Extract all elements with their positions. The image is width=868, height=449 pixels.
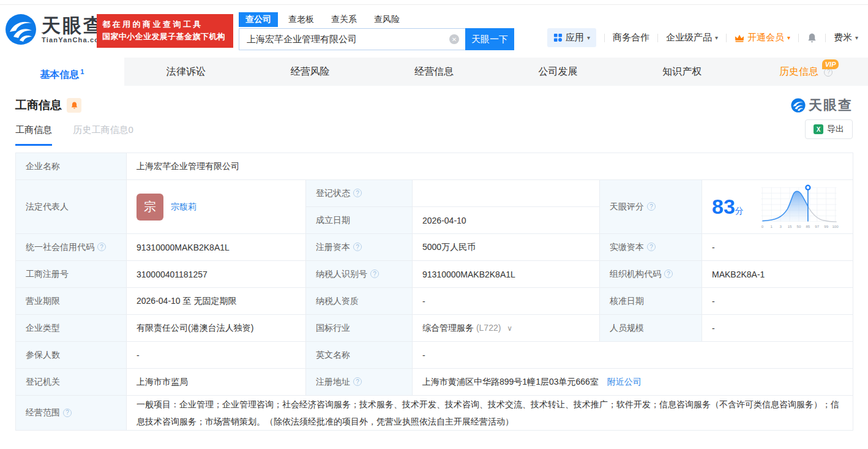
score-marker-pin xyxy=(806,185,810,189)
reg-authority-label: 登记机关 xyxy=(16,369,127,396)
table-row: 登记机关 上海市市监局 注册地址? 上海市黄浦区中华路899号1幢1层03单元6… xyxy=(16,369,853,396)
clear-search-icon[interactable]: ✕ xyxy=(449,34,459,44)
help-icon[interactable]: ? xyxy=(824,68,832,77)
insured-count-label: 参保人数 xyxy=(16,342,127,369)
paid-capital-value: - xyxy=(702,234,853,261)
tab-legal-proceedings[interactable]: 法律诉讼 xyxy=(124,58,249,86)
enterprise-products-menu[interactable]: 企业级产品 ▾ xyxy=(666,32,718,43)
score-cell: 83分 xyxy=(702,180,853,234)
monitor-bell-button[interactable] xyxy=(67,98,81,113)
search-area: 查公司 查老板 查关系 查风险 ✕ 天眼一下 xyxy=(239,12,514,50)
tianyancha-logo[interactable]: 天眼查 TianYanCha.com xyxy=(5,13,106,45)
business-cooperation-link[interactable]: 商务合作 xyxy=(613,32,649,43)
notifications-button[interactable] xyxy=(807,32,817,43)
search-tab-boss[interactable]: 查老板 xyxy=(282,12,321,27)
svg-text:15: 15 xyxy=(788,224,792,228)
reg-status-label: 登记状态? xyxy=(306,180,413,207)
business-info-table: 企业名称 上海宏芊企业管理有限公司 法定代表人 宗 宗馥莉 登记状态? 天眼评分… xyxy=(15,153,853,431)
help-icon[interactable]: ? xyxy=(63,409,72,417)
search-button[interactable]: 天眼一下 xyxy=(465,28,514,50)
legal-rep-cell: 宗 宗馥莉 xyxy=(127,180,306,234)
legal-rep-avatar[interactable]: 宗 xyxy=(137,194,163,221)
org-code-value: MAKB2K8A-1 xyxy=(702,261,853,288)
reg-capital-label: 注册资本? xyxy=(306,234,413,261)
tab-basic-info[interactable]: 基本信息1 xyxy=(0,58,124,86)
industry-label: 国标行业 xyxy=(306,315,413,342)
svg-text:1: 1 xyxy=(771,224,773,228)
export-button[interactable]: X 导出 xyxy=(805,119,853,139)
svg-text:100: 100 xyxy=(832,224,839,228)
crown-icon xyxy=(735,34,744,42)
help-icon[interactable]: ? xyxy=(97,243,106,251)
business-scope-value: 一般项目：企业管理；企业管理咨询；社会经济咨询服务；技术服务、技术开发、技术咨询… xyxy=(127,396,853,431)
company-type-label: 企业类型 xyxy=(16,315,127,342)
page-top-divider xyxy=(0,0,868,5)
staff-size-label: 人员规模 xyxy=(600,315,702,342)
excel-icon: X xyxy=(814,124,823,134)
slogan-line2: 国家中小企业发展子基金旗下机构 xyxy=(102,31,228,43)
section-header: 工商信息 天眼查 xyxy=(15,96,853,115)
caret-down-icon: ▾ xyxy=(787,34,790,41)
bell-icon xyxy=(807,32,817,43)
apps-menu[interactable]: 应用 ▾ xyxy=(547,28,596,47)
help-icon[interactable]: ? xyxy=(353,189,362,197)
tianyancha-watermark: 天眼查 xyxy=(791,96,853,115)
industry-value[interactable]: 综合管理服务 (L722) ∨ xyxy=(413,315,600,342)
user-menu[interactable]: 费米 ▾ xyxy=(834,32,858,43)
search-tab-company[interactable]: 查公司 xyxy=(239,12,278,27)
chevron-down-icon[interactable]: ∨ xyxy=(507,324,512,333)
help-icon[interactable]: ? xyxy=(353,377,362,386)
business-scope-label: 经营范围? xyxy=(16,396,127,431)
reg-authority-value: 上海市市监局 xyxy=(127,369,306,396)
table-row: 企业名称 上海宏芊企业管理有限公司 xyxy=(16,153,853,180)
divider xyxy=(726,34,727,42)
nearby-companies-link[interactable]: 附近公司 xyxy=(607,377,642,387)
tab-operation-info[interactable]: 经营信息 xyxy=(372,58,496,86)
company-name-label: 企业名称 xyxy=(16,153,127,180)
divider xyxy=(798,34,799,42)
help-icon[interactable]: ? xyxy=(647,202,656,211)
enterprise-products-label: 企业级产品 xyxy=(666,32,712,43)
legal-rep-link[interactable]: 宗馥莉 xyxy=(171,202,196,213)
help-icon[interactable]: ? xyxy=(647,243,656,251)
score-value: 83 xyxy=(712,195,735,218)
watermark-label: 天眼查 xyxy=(809,96,853,115)
help-icon[interactable]: ? xyxy=(370,270,379,278)
tab-operation-risk[interactable]: 经营风险 xyxy=(248,58,372,86)
divider xyxy=(657,34,658,42)
subtab-history-business-info[interactable]: 历史工商信息0 xyxy=(73,124,133,144)
score-unit: 分 xyxy=(735,206,744,216)
table-row: 营业期限 2026-04-10 至 无固定期限 纳税人资质 - 核准日期 - xyxy=(16,288,853,315)
svg-text:0: 0 xyxy=(761,224,764,228)
tianyancha-logo-icon xyxy=(791,98,806,113)
table-row: 工商注册号 310000401181257 纳税人识别号? 91310000MA… xyxy=(16,261,853,288)
svg-text:85: 85 xyxy=(806,224,810,228)
caret-down-icon: ▾ xyxy=(855,34,858,41)
search-tab-relation[interactable]: 查关系 xyxy=(324,12,364,27)
subtab-row: 工商信息 历史工商信息0 X 导出 xyxy=(15,124,853,145)
legal-rep-label: 法定代表人 xyxy=(16,180,127,234)
table-row: 法定代表人 宗 宗馥莉 登记状态? 天眼评分? 83分 xyxy=(16,180,853,207)
subtab-business-info[interactable]: 工商信息 xyxy=(15,124,52,146)
address-label: 注册地址? xyxy=(306,369,413,396)
tab-history-info[interactable]: VIP 历史信息 ? xyxy=(744,58,868,86)
score-label: 天眼评分? xyxy=(600,180,702,234)
slogan-banner: 都在用的商业查询工具 国家中小企业发展子基金旗下机构 xyxy=(97,14,233,48)
tab-company-development[interactable]: 公司发展 xyxy=(496,58,620,86)
table-row: 企业类型 有限责任公司(港澳台法人独资) 国标行业 综合管理服务 (L722) … xyxy=(16,315,853,342)
paid-capital-label: 实缴资本? xyxy=(600,234,702,261)
table-row: 经营范围? 一般项目：企业管理；企业管理咨询；社会经济咨询服务；技术服务、技术开… xyxy=(16,396,853,431)
taxpayer-id-label: 纳税人识别号? xyxy=(306,261,413,288)
search-tab-risk[interactable]: 查风险 xyxy=(367,12,406,27)
tab-intellectual-property[interactable]: 知识产权 xyxy=(620,58,744,86)
open-vip-menu[interactable]: 开通会员 ▾ xyxy=(735,32,790,43)
search-input[interactable] xyxy=(239,28,465,50)
help-icon[interactable]: ? xyxy=(664,270,673,278)
table-row: 参保人数 - 英文名称 - xyxy=(16,342,853,369)
apps-icon xyxy=(553,33,563,42)
reg-capital-value: 5000万人民币 xyxy=(413,234,600,261)
taxpayer-quali-value: - xyxy=(413,288,600,315)
org-code-label: 组织机构代码? xyxy=(600,261,702,288)
help-icon[interactable]: ? xyxy=(353,243,362,251)
establish-date-value: 2026-04-10 xyxy=(413,207,600,234)
